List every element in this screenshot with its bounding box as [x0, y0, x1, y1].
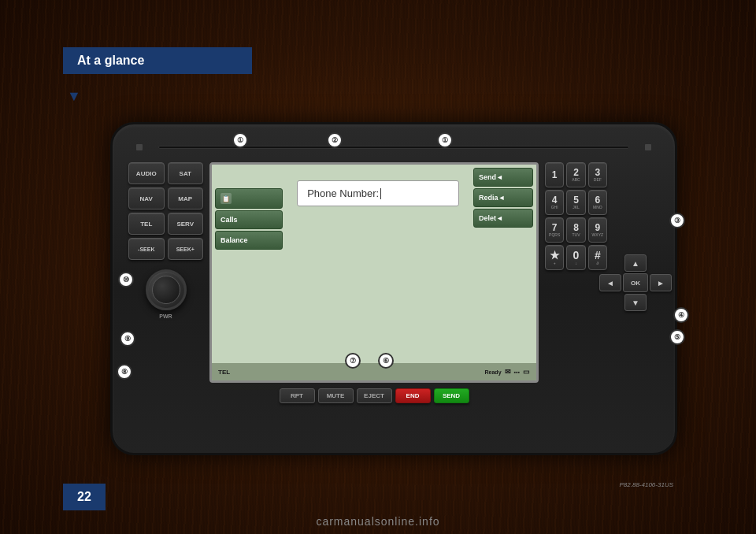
- header-area: At a glance ▼: [63, 47, 693, 105]
- key-1[interactable]: 1: [545, 162, 564, 187]
- cursor: [380, 188, 381, 199]
- key-star[interactable]: ★ +: [545, 245, 564, 270]
- key-9[interactable]: 9 WXYZ: [588, 217, 607, 243]
- nav-right-button[interactable]: ►: [650, 274, 672, 291]
- dot-left: [136, 144, 143, 150]
- head-unit: AUDIO SAT NAV MAP TEL SERV -SEEK SEEK+: [110, 122, 677, 455]
- dot-right: [645, 144, 651, 150]
- annotation-8: ⑧: [117, 364, 132, 380]
- annotation-1b: ①: [437, 132, 453, 148]
- delete-button[interactable]: Delet◄: [473, 209, 533, 228]
- mail-icon: ✉: [505, 368, 511, 376]
- btn-row-2: NAV MAP: [128, 187, 203, 210]
- numpad-row-4: ★ + 0 ↓ # ∂: [545, 245, 607, 270]
- key-4[interactable]: 4 GHI: [545, 190, 564, 215]
- ready-label: Ready: [485, 369, 502, 375]
- screen-center: Phone Number:: [283, 165, 473, 363]
- annotation-1a: ①: [232, 132, 248, 148]
- eject-button[interactable]: EJECT: [357, 388, 392, 403]
- screen-status-bar: TEL Ready ✉ ▪▪▪ ▭: [212, 363, 536, 380]
- btn-row-1: AUDIO SAT: [128, 162, 203, 184]
- numpad-row-1: 1 2 ABC 3 DEF: [545, 162, 607, 187]
- annotation-9: ⑨: [120, 331, 135, 347]
- numpad: 1 2 ABC 3 DEF: [545, 162, 607, 403]
- annotation-2: ②: [327, 132, 343, 148]
- annotation-3: ③: [669, 213, 685, 228]
- redial-button[interactable]: Redia◄: [473, 188, 533, 207]
- screen-content: 📋 Calls Balance Phone Number:: [212, 165, 536, 363]
- top-strip: [128, 139, 659, 156]
- btn-row-3: TEL SERV: [128, 213, 203, 235]
- left-controls: AUDIO SAT NAV MAP TEL SERV -SEEK SEEK+: [128, 162, 203, 403]
- screen-right-buttons: Send◄ Redia◄ Delet◄: [473, 165, 536, 363]
- right-controls: 1 2 ABC 3 DEF: [545, 162, 659, 403]
- mute-button[interactable]: MUTE: [318, 388, 354, 403]
- nav-cluster: ▲ ◄ OK ► ▼: [612, 162, 659, 403]
- page-title: At a glance: [77, 54, 144, 67]
- send-screen-button[interactable]: Send◄: [473, 168, 533, 187]
- triangle-marker: ▼: [67, 88, 693, 105]
- power-section: PWR: [128, 269, 203, 319]
- key-7[interactable]: 7 PQRS: [545, 217, 564, 243]
- power-knob[interactable]: [146, 269, 187, 310]
- sat-button[interactable]: SAT: [168, 162, 204, 184]
- watermark-text: P82.88-4106-31US: [620, 481, 674, 488]
- contacts-icon: 📋: [220, 193, 232, 204]
- status-tel-label: TEL: [218, 369, 230, 376]
- key-hash[interactable]: # ∂: [588, 245, 607, 270]
- key-6[interactable]: 6 MNO: [588, 190, 607, 215]
- annotation-6: ⑥: [378, 353, 394, 369]
- balance-button[interactable]: Balance: [215, 231, 283, 250]
- main-content-row: AUDIO SAT NAV MAP TEL SERV -SEEK SEEK+: [128, 162, 659, 403]
- phone-number-field[interactable]: Phone Number:: [297, 180, 459, 206]
- cd-slot: [158, 146, 629, 149]
- page-number: 22: [77, 490, 91, 503]
- annotation-4: ④: [673, 307, 689, 323]
- annotation-10: ⑩: [118, 272, 134, 287]
- key-0[interactable]: 0 ↓: [566, 245, 585, 270]
- seek-minus-button[interactable]: -SEEK: [128, 238, 165, 260]
- bottom-buttons-row: RPT MUTE EJECT END SEND: [209, 388, 539, 403]
- contacts-button[interactable]: 📋: [215, 188, 283, 209]
- nav-down-button[interactable]: ▼: [624, 294, 647, 311]
- title-bar: At a glance: [63, 47, 252, 74]
- screen-left-menu: 📋 Calls Balance: [212, 165, 283, 363]
- audio-button[interactable]: AUDIO: [128, 162, 165, 184]
- power-knob-inner: [152, 276, 180, 304]
- tel-button[interactable]: TEL: [128, 213, 165, 235]
- key-8[interactable]: 8 TUV: [566, 217, 585, 243]
- annotation-7: ⑦: [345, 353, 361, 369]
- key-3[interactable]: 3 DEF: [588, 162, 607, 187]
- screen-display: 📋 Calls Balance Phone Number:: [209, 162, 539, 383]
- ok-button[interactable]: OK: [623, 273, 648, 292]
- annotation-5: ⑤: [669, 329, 685, 345]
- map-button[interactable]: MAP: [168, 187, 204, 210]
- screen-section: 📋 Calls Balance Phone Number:: [209, 162, 539, 403]
- nav-button[interactable]: NAV: [128, 187, 165, 210]
- page-background: At a glance ▼ 22 AUDIO SAT: [0, 0, 756, 534]
- pwr-label: PWR: [159, 313, 172, 319]
- phone-number-label: Phone Number:: [307, 187, 379, 199]
- site-watermark: carmanualsonline.info: [0, 515, 756, 528]
- numpad-row-3: 7 PQRS 8 TUV 9 WXYZ: [545, 217, 607, 243]
- btn-row-4: -SEEK SEEK+: [128, 238, 203, 260]
- status-right: Ready ✉ ▪▪▪ ▭: [485, 368, 530, 376]
- key-5[interactable]: 5 JKL: [566, 190, 585, 215]
- signal-bars: ▪▪▪: [514, 369, 520, 375]
- calls-button[interactable]: Calls: [215, 210, 283, 229]
- rpt-button[interactable]: RPT: [280, 388, 315, 403]
- serv-button[interactable]: SERV: [168, 213, 204, 235]
- end-button[interactable]: END: [395, 388, 431, 403]
- nav-middle-row: ◄ OK ►: [599, 273, 672, 292]
- head-unit-container: AUDIO SAT NAV MAP TEL SERV -SEEK SEEK+: [110, 122, 677, 455]
- send-bottom-button[interactable]: SEND: [434, 388, 469, 403]
- battery-icon: ▭: [523, 368, 530, 376]
- nav-left-button[interactable]: ◄: [599, 274, 621, 291]
- seek-plus-button[interactable]: SEEK+: [168, 238, 204, 260]
- numpad-row-2: 4 GHI 5 JKL 6 MNO: [545, 190, 607, 215]
- page-number-box: 22: [63, 484, 106, 510]
- nav-up-button[interactable]: ▲: [624, 254, 647, 272]
- key-2[interactable]: 2 ABC: [566, 162, 585, 187]
